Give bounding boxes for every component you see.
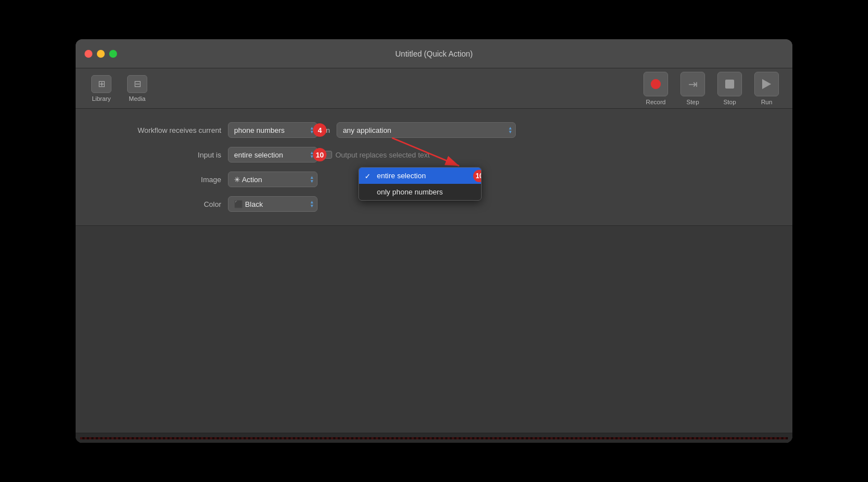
library-label: Library (92, 95, 111, 102)
dropdown-arrow-line (392, 138, 459, 166)
minimize-button[interactable] (97, 50, 105, 58)
media-label: Media (129, 95, 146, 102)
step-label: Step (687, 99, 699, 105)
app-type-select[interactable]: any application (337, 122, 516, 138)
traffic-lights (85, 50, 117, 58)
record-icon (643, 72, 668, 96)
title-bar: Untitled (Quick Action) (76, 39, 792, 68)
content-area: Workflow receives current phone numbers … (76, 109, 792, 443)
input-is-label: Input is (98, 151, 221, 159)
badge-10a: 10 (313, 148, 326, 161)
run-button[interactable]: Run (750, 69, 783, 108)
color-wrapper: ⬛ Black ▲ ▼ (228, 196, 318, 212)
main-window: Untitled (Quick Action) ⊞ Library ⊟ Medi… (76, 39, 792, 443)
maximize-button[interactable] (109, 50, 117, 58)
dropdown-menu: ✓ entire selection 10 only phone numbers (358, 167, 482, 201)
workflow-receives-label: Workflow receives current (98, 126, 221, 135)
dropdown-item-entire-selection[interactable]: ✓ entire selection 10 (359, 168, 481, 184)
input-type-select[interactable]: phone numbers (228, 122, 318, 138)
badge-10b: 10 (473, 170, 482, 182)
toolbar-right: Record ⇥ Step Stop Run (639, 69, 783, 108)
stop-label: Stop (724, 99, 736, 105)
dropdown-arrow-svg (392, 138, 504, 172)
workflow-config: Workflow receives current phone numbers … (76, 109, 792, 226)
close-button[interactable] (85, 50, 92, 58)
image-select[interactable]: ✳ Action (228, 172, 318, 187)
main-canvas (76, 226, 792, 433)
image-label: Image (98, 175, 221, 184)
input-is-row: Input is entire selection ▲ ▼ 10 (98, 147, 770, 163)
badge-4: 4 (313, 123, 326, 137)
toolbar: ⊞ Library ⊟ Media Record ⇥ Step (76, 68, 792, 109)
color-select[interactable]: ⬛ Black (228, 196, 318, 212)
record-button[interactable]: Record (639, 69, 673, 108)
image-wrapper: ✳ Action ▲ ▼ (228, 172, 318, 187)
stop-button[interactable]: Stop (713, 69, 746, 108)
window-title: Untitled (Quick Action) (395, 49, 473, 58)
library-icon: ⊞ (91, 75, 111, 93)
record-label: Record (646, 99, 665, 105)
input-type-wrapper: phone numbers ▲ ▼ 4 (228, 122, 318, 138)
library-button[interactable]: ⊞ Library (85, 71, 118, 106)
run-label: Run (761, 99, 772, 105)
bottom-bar (76, 433, 792, 443)
step-icon: ⇥ (680, 72, 705, 96)
color-label: Color (98, 200, 221, 208)
toolbar-left: ⊞ Library ⊟ Media (85, 71, 634, 106)
step-button[interactable]: ⇥ Step (676, 69, 710, 108)
stop-icon (717, 72, 742, 96)
run-icon (754, 72, 779, 96)
step-arrow-icon: ⇥ (688, 77, 698, 91)
media-button[interactable]: ⊟ Media (120, 71, 154, 106)
workflow-receives-row: Workflow receives current phone numbers … (98, 122, 770, 138)
dropdown-item-only-phone-numbers[interactable]: only phone numbers (359, 184, 481, 200)
app-type-wrapper: any application ▲ ▼ (337, 122, 516, 138)
checkmark-icon: ✓ (365, 172, 371, 180)
dropdown-option-1: entire selection (377, 172, 426, 180)
dropdown-option-2: only phone numbers (377, 188, 443, 196)
media-icon: ⊟ (127, 75, 147, 93)
dropdown-popup: ✓ entire selection 10 only phone numbers (358, 167, 482, 201)
bottom-stripe (80, 437, 788, 439)
input-is-select[interactable]: entire selection (228, 147, 318, 163)
input-is-wrapper: entire selection ▲ ▼ 10 (228, 147, 318, 163)
